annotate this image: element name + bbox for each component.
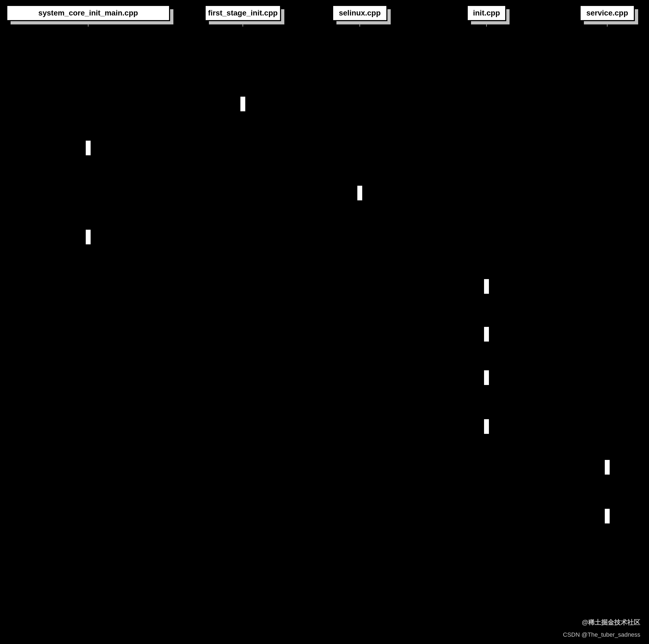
- diagram-body: [0, 30, 649, 581]
- activation-4: [484, 279, 489, 294]
- activation-0: [240, 96, 246, 112]
- activation-3: [85, 230, 91, 245]
- activation-5: [484, 327, 489, 342]
- activation-9: [605, 509, 610, 524]
- watermark-line-1: @稀土掘金技术社区: [582, 618, 640, 626]
- p2-label: first_stage_init.cpp: [208, 9, 278, 17]
- watermark-line-2: CSDN @The_tuber_sadness: [563, 631, 640, 638]
- activation-7: [484, 419, 489, 434]
- p3-label: selinux.cpp: [339, 9, 381, 17]
- p1-label: system_core_init_main.cpp: [38, 9, 138, 17]
- activation-1: [85, 140, 91, 156]
- activation-6: [484, 370, 489, 385]
- activation-2: [357, 186, 362, 201]
- activation-8: [605, 460, 610, 475]
- p5-label: service.cpp: [586, 9, 628, 17]
- p4-label: init.cpp: [473, 9, 500, 17]
